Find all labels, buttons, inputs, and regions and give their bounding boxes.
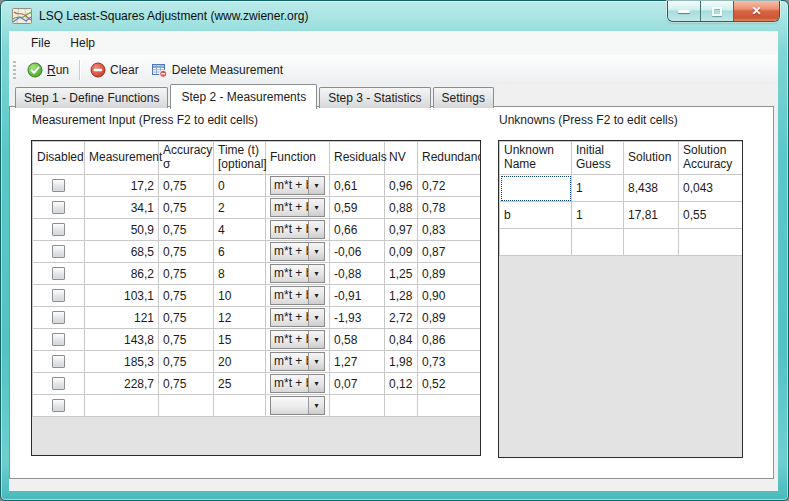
column-header-accuracy[interactable]: Accuracy σ xyxy=(159,142,214,175)
solution-accuracy-cell[interactable] xyxy=(679,229,743,256)
residuals-cell[interactable]: -0,91 xyxy=(330,285,385,307)
residuals-cell[interactable]: 0,07 xyxy=(330,373,385,395)
measurement-cell[interactable] xyxy=(85,395,159,417)
accuracy-cell[interactable]: 0,75 xyxy=(159,175,214,197)
redundancy-cell[interactable]: 0,90 xyxy=(418,285,481,307)
function-cell[interactable]: m*t + b▾ xyxy=(266,219,330,241)
disabled-cell[interactable] xyxy=(33,373,85,395)
time-cell[interactable]: 20 xyxy=(214,351,266,373)
function-dropdown[interactable]: m*t + b▾ xyxy=(270,220,325,239)
chevron-down-icon[interactable]: ▾ xyxy=(309,287,324,304)
time-cell[interactable]: 25 xyxy=(214,373,266,395)
redundancy-cell[interactable] xyxy=(418,395,481,417)
column-header-unknown[interactable]: Unknown Name xyxy=(500,142,572,175)
nv-cell[interactable]: 1,98 xyxy=(385,351,418,373)
time-cell[interactable]: 4 xyxy=(214,219,266,241)
time-cell[interactable]: 8 xyxy=(214,263,266,285)
disabled-checkbox[interactable] xyxy=(52,333,65,346)
chevron-down-icon[interactable]: ▾ xyxy=(309,375,324,392)
chevron-down-icon[interactable]: ▾ xyxy=(309,199,324,216)
disabled-cell[interactable] xyxy=(33,329,85,351)
function-cell[interactable]: m*t + b▾ xyxy=(266,197,330,219)
tab-settings[interactable]: Settings xyxy=(433,87,494,108)
accuracy-cell[interactable]: 0,75 xyxy=(159,263,214,285)
nv-cell[interactable]: 0,84 xyxy=(385,329,418,351)
redundancy-cell[interactable]: 0,52 xyxy=(418,373,481,395)
delete-measurement-button[interactable]: Delete Measurement xyxy=(145,59,289,81)
accuracy-cell[interactable]: 0,75 xyxy=(159,351,214,373)
clear-button[interactable]: Clear xyxy=(84,59,145,81)
measurement-cell[interactable]: 68,5 xyxy=(85,241,159,263)
time-cell[interactable]: 2 xyxy=(214,197,266,219)
time-cell[interactable]: 12 xyxy=(214,307,266,329)
solution-cell[interactable]: 8,438 xyxy=(624,175,679,202)
redundancy-cell[interactable]: 0,87 xyxy=(418,241,481,263)
accuracy-cell[interactable]: 0,75 xyxy=(159,197,214,219)
menu-file[interactable]: File xyxy=(21,32,60,54)
nv-cell[interactable]: 0,97 xyxy=(385,219,418,241)
chevron-down-icon[interactable]: ▾ xyxy=(309,265,324,282)
column-header-nv[interactable]: NV xyxy=(385,142,418,175)
function-dropdown[interactable]: m*t + b▾ xyxy=(270,374,325,393)
residuals-cell[interactable] xyxy=(330,395,385,417)
residuals-cell[interactable]: -0,06 xyxy=(330,241,385,263)
close-button[interactable]: ✕ xyxy=(734,1,779,21)
redundancy-cell[interactable]: 0,89 xyxy=(418,263,481,285)
nv-cell[interactable]: 0,12 xyxy=(385,373,418,395)
solution-accuracy-cell[interactable]: 0,043 xyxy=(679,175,743,202)
measurement-cell[interactable]: 228,7 xyxy=(85,373,159,395)
chevron-down-icon[interactable]: ▾ xyxy=(309,221,324,238)
chevron-down-icon[interactable]: ▾ xyxy=(309,353,324,370)
residuals-cell[interactable]: 0,61 xyxy=(330,175,385,197)
initial-guess-cell[interactable] xyxy=(572,229,624,256)
column-header-redundancy[interactable]: Redundancy xyxy=(418,142,481,175)
disabled-cell[interactable] xyxy=(33,241,85,263)
residuals-cell[interactable]: 1,27 xyxy=(330,351,385,373)
measurement-cell[interactable]: 121 xyxy=(85,307,159,329)
disabled-checkbox[interactable] xyxy=(52,267,65,280)
disabled-cell[interactable] xyxy=(33,351,85,373)
time-cell[interactable]: 15 xyxy=(214,329,266,351)
nv-cell[interactable]: 0,88 xyxy=(385,197,418,219)
disabled-checkbox[interactable] xyxy=(52,289,65,302)
time-cell[interactable] xyxy=(214,395,266,417)
residuals-cell[interactable]: -1,93 xyxy=(330,307,385,329)
chevron-down-icon[interactable]: ▾ xyxy=(309,243,324,260)
accuracy-cell[interactable]: 0,75 xyxy=(159,307,214,329)
function-dropdown[interactable]: m*t + b▾ xyxy=(270,286,325,305)
residuals-cell[interactable]: 0,66 xyxy=(330,219,385,241)
function-dropdown[interactable]: m*t + b▾ xyxy=(270,198,325,217)
column-header-residuals[interactable]: Residuals xyxy=(330,142,385,175)
solution-cell[interactable] xyxy=(624,229,679,256)
solution-cell[interactable]: 17,81 xyxy=(624,202,679,229)
function-cell[interactable]: m*t + b▾ xyxy=(266,241,330,263)
residuals-cell[interactable]: -0,88 xyxy=(330,263,385,285)
run-button[interactable]: Run xyxy=(21,59,75,81)
nv-cell[interactable]: 1,25 xyxy=(385,263,418,285)
column-header-measurement[interactable]: Measurement xyxy=(85,142,159,175)
redundancy-cell[interactable]: 0,73 xyxy=(418,351,481,373)
column-header-disabled[interactable]: Disabled xyxy=(33,142,85,175)
function-cell[interactable]: m*t + b▾ xyxy=(266,285,330,307)
accuracy-cell[interactable]: 0,75 xyxy=(159,241,214,263)
measurement-cell[interactable]: 143,8 xyxy=(85,329,159,351)
function-cell[interactable]: m*t + b▾ xyxy=(266,329,330,351)
maximize-button[interactable] xyxy=(701,1,734,21)
time-cell[interactable]: 10 xyxy=(214,285,266,307)
solution-accuracy-cell[interactable]: 0,55 xyxy=(679,202,743,229)
accuracy-cell[interactable]: 0,75 xyxy=(159,329,214,351)
function-cell[interactable]: m*t + b▾ xyxy=(266,373,330,395)
nv-cell[interactable]: 0,09 xyxy=(385,241,418,263)
column-header-function[interactable]: Function xyxy=(266,142,330,175)
disabled-checkbox[interactable] xyxy=(52,377,65,390)
time-cell[interactable]: 6 xyxy=(214,241,266,263)
disabled-cell[interactable] xyxy=(33,175,85,197)
function-dropdown[interactable]: m*t + b▾ xyxy=(270,176,325,195)
redundancy-cell[interactable]: 0,83 xyxy=(418,219,481,241)
accuracy-cell[interactable] xyxy=(159,395,214,417)
disabled-checkbox[interactable] xyxy=(52,399,65,412)
disabled-checkbox[interactable] xyxy=(52,311,65,324)
menu-help[interactable]: Help xyxy=(60,32,105,54)
function-dropdown[interactable]: ▾ xyxy=(270,396,325,415)
disabled-checkbox[interactable] xyxy=(52,179,65,192)
